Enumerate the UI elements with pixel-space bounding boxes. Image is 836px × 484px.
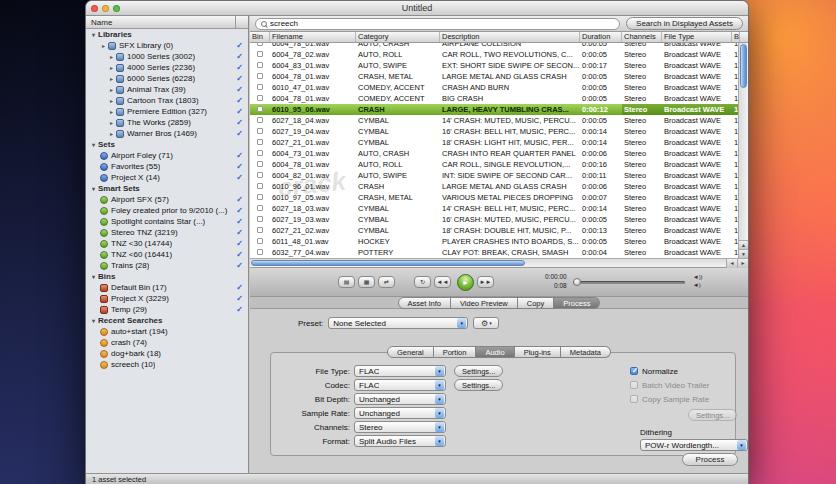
check-icon[interactable]: ✓ — [236, 206, 243, 215]
check-icon[interactable]: ✓ — [236, 129, 243, 138]
sidebar-item-airport-sfx-57[interactable]: Airport SFX (57)✓ — [86, 194, 248, 205]
check-icon[interactable]: ✓ — [236, 41, 243, 50]
sidebar-item-foley-created-prior-to-9-2010[interactable]: Foley created prior to 9/2010 (...)✓ — [86, 205, 248, 216]
row-checkbox[interactable] — [257, 51, 263, 57]
sidebar-item-animal-trax-39[interactable]: ▸Animal Trax (39)✓ — [86, 84, 248, 95]
volume-control[interactable]: ◄)) ◄) — [693, 274, 703, 290]
check-icon[interactable]: ✓ — [236, 228, 243, 237]
check-icon[interactable]: ✓ — [236, 173, 243, 182]
settings-button[interactable]: Settings... — [454, 379, 503, 391]
table-row[interactable]: 6011_48_01.wavHOCKEYPLAYER CRASHES INTO … — [250, 236, 738, 247]
row-checkbox[interactable] — [257, 216, 263, 222]
process-tab-portion[interactable]: Portion — [434, 346, 477, 358]
row-checkbox[interactable] — [257, 194, 263, 200]
sidebar-item-screech-10[interactable]: screech (10) — [86, 359, 248, 370]
horizontal-scrollbar[interactable]: ◄ ► — [250, 258, 748, 268]
row-checkbox[interactable] — [257, 238, 263, 244]
table-row[interactable]: 6027_21_02.wavCYMBAL18' CRASH: DOUBLE HI… — [250, 225, 738, 236]
dithering-dropdown[interactable]: POW-r Wordlength... ▼ — [640, 439, 748, 451]
check-icon[interactable]: ✓ — [236, 85, 243, 94]
check-icon[interactable]: ✓ — [236, 96, 243, 105]
column-header-duration[interactable]: Duration — [580, 32, 622, 42]
table-row[interactable]: 6027_21_01.wavCYMBAL18' CRASH: LIGHT HIT… — [250, 137, 738, 148]
sidebar-item-spotlight-contains-star[interactable]: Spotlight contains Star (...)✓ — [86, 216, 248, 227]
check-icon[interactable]: ✓ — [236, 283, 243, 292]
row-checkbox[interactable] — [257, 150, 263, 156]
sidebar-item-auto-start-194[interactable]: auto+start (194) — [86, 326, 248, 337]
sidebar-item-warner-bros-1469[interactable]: ▸Warner Bros (1469)✓ — [86, 128, 248, 139]
disclosure-triangle-icon[interactable]: ▸ — [108, 75, 115, 82]
sidebar-item-project-x-14[interactable]: Project X (14)✓ — [86, 172, 248, 183]
transfer-button[interactable]: ⇄ — [378, 276, 395, 288]
sidebar-item-the-works-2859[interactable]: ▸The Works (2859)✓ — [86, 117, 248, 128]
sidebar-section-smart-sets[interactable]: ▾Smart Sets — [86, 183, 248, 194]
row-checkbox[interactable] — [257, 84, 263, 90]
sidebar-item-project-x-3229[interactable]: Project X (3229)✓ — [86, 293, 248, 304]
row-checkbox[interactable] — [257, 205, 263, 211]
check-icon[interactable]: ✓ — [236, 52, 243, 61]
sidebar-item-temp-29[interactable]: Temp (29)✓ — [86, 304, 248, 315]
horizontal-scrollbar-thumb[interactable] — [251, 260, 525, 266]
disclosure-triangle-icon[interactable]: ▸ — [108, 130, 115, 137]
column-header-bin[interactable]: Bin — [250, 32, 270, 42]
sidebar-section-sets[interactable]: ▾Sets — [86, 139, 248, 150]
check-icon[interactable]: ✓ — [236, 107, 243, 116]
sidebar-item-cartoon-trax-1803[interactable]: ▸Cartoon Trax (1803)✓ — [86, 95, 248, 106]
sidebar-item-airport-foley-71[interactable]: Airport Foley (71)✓ — [86, 150, 248, 161]
rewind-button[interactable]: ◄◄ — [434, 276, 451, 288]
disclosure-triangle-icon[interactable]: ▸ — [108, 64, 115, 71]
zoom-button[interactable] — [113, 5, 120, 12]
column-header-filename[interactable]: Filename — [270, 32, 356, 42]
sidebar-item-trains-28[interactable]: Trains (28)✓ — [86, 260, 248, 271]
column-header-description[interactable]: Description — [440, 32, 580, 42]
row-checkbox[interactable] — [257, 161, 263, 167]
check-icon[interactable]: ✓ — [236, 118, 243, 127]
table-row[interactable]: 6032_77_04.wavPOTTERYCLAY POT: BREAK, CR… — [250, 247, 738, 258]
sidebar-item-6000-series-6228[interactable]: ▸6000 Series (6228)✓ — [86, 73, 248, 84]
search-field[interactable] — [255, 18, 620, 30]
row-checkbox[interactable] — [257, 227, 263, 233]
vertical-scrollbar[interactable]: ▲ ▼ — [738, 43, 748, 258]
row-checkbox[interactable] — [257, 95, 263, 101]
disclosure-triangle-icon[interactable]: ▾ — [90, 141, 97, 148]
table-row[interactable]: 6027_19_04.wavCYMBAL16' CRASH: BELL HIT,… — [250, 126, 738, 137]
tab-video-preview[interactable]: Video Preview — [451, 297, 518, 309]
disclosure-triangle-icon[interactable]: ▸ — [100, 42, 107, 49]
table-row[interactable]: 6004_83_01.wavAUTO, SWIPEEXT: SHORT SIDE… — [250, 60, 738, 71]
scroll-left-arrow[interactable]: ◄ — [726, 259, 737, 268]
sidebar-item-stereo-tnz-3219[interactable]: Stereo TNZ (3219)✓ — [86, 227, 248, 238]
column-header-category[interactable]: Category — [356, 32, 440, 42]
minimize-button[interactable] — [102, 5, 109, 12]
table-row[interactable]: 6010_47_01.wavCOMEDY, ACCENTCRASH AND BU… — [250, 82, 738, 93]
preset-actions-button[interactable]: ⚙ ▾ — [473, 317, 499, 329]
check-icon[interactable]: ✓ — [236, 63, 243, 72]
spectrum-view-button[interactable]: ▦ — [358, 276, 375, 288]
column-header-bit[interactable]: Bit — [732, 32, 740, 42]
process-tab-metadata[interactable]: Metadata — [561, 346, 611, 358]
check-icon[interactable]: ✓ — [236, 151, 243, 160]
check-icon[interactable]: ✓ — [236, 250, 243, 259]
playback-slider[interactable] — [573, 281, 685, 284]
loop-button[interactable]: ↻ — [414, 276, 431, 288]
scroll-down-arrow[interactable]: ▼ — [739, 249, 748, 258]
sidebar-item-4000-series-2236[interactable]: ▸4000 Series (2236)✓ — [86, 62, 248, 73]
process-tab-plug-ins[interactable]: Plug-ins — [515, 346, 561, 358]
table-row[interactable]: 6027_19_03.wavCYMBAL16' CRASH: MUTED, MU… — [250, 214, 738, 225]
process-button[interactable]: Process — [682, 453, 738, 466]
disclosure-triangle-icon[interactable]: ▸ — [108, 108, 115, 115]
row-checkbox[interactable] — [257, 183, 263, 189]
row-checkbox[interactable] — [257, 128, 263, 134]
sidebar-header[interactable]: Name — [86, 16, 248, 29]
check-icon[interactable]: ✓ — [236, 195, 243, 204]
table-row[interactable]: 6004_78_02.wavAUTO, ROLLCAR ROLL, TWO RE… — [250, 49, 738, 60]
check-icon[interactable]: ✓ — [236, 217, 243, 226]
disclosure-triangle-icon[interactable]: ▾ — [90, 31, 97, 38]
sidebar-item-favorites-55[interactable]: Favorites (55)✓ — [86, 161, 248, 172]
disclosure-triangle-icon[interactable]: ▾ — [90, 185, 97, 192]
field-dropdown-channels[interactable]: Stereo▼ — [354, 421, 446, 433]
check-icon[interactable]: ✓ — [236, 74, 243, 83]
process-tab-general[interactable]: General — [387, 346, 434, 358]
normalize-checkbox[interactable] — [630, 367, 638, 375]
sidebar-check-column-header[interactable] — [235, 16, 248, 28]
preset-dropdown[interactable]: None Selected ▼ — [328, 317, 468, 329]
